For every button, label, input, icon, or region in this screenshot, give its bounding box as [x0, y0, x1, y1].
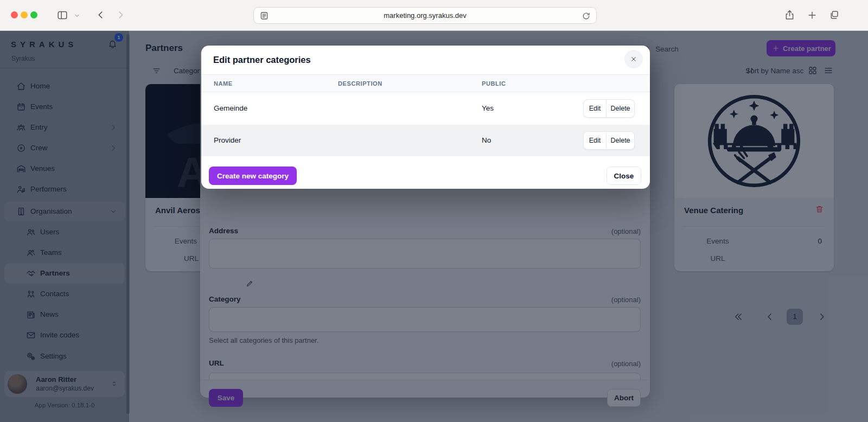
minimize-window-button[interactable]	[21, 11, 28, 18]
share-icon[interactable]	[784, 9, 795, 21]
modal-close-footer-button[interactable]: Close	[607, 167, 641, 185]
create-new-category-button[interactable]: Create new category	[209, 167, 297, 185]
category-public: Yes	[482, 104, 494, 112]
column-public: PUBLIC	[482, 80, 506, 87]
new-tab-icon[interactable]	[807, 10, 818, 21]
row-actions: Edit Delete	[583, 99, 635, 118]
modal-title: Edit partner categories	[213, 55, 311, 65]
zoom-window-button[interactable]	[30, 11, 37, 18]
forward-icon[interactable]	[116, 10, 126, 20]
category-name: Provider	[214, 136, 241, 144]
toolbar-chevron-down-icon[interactable]	[74, 12, 80, 19]
sidebar-toggle-icon[interactable]	[56, 9, 68, 21]
reader-icon[interactable]	[259, 11, 269, 21]
delete-button[interactable]: Delete	[607, 100, 634, 117]
address-bar[interactable]: marketing.org.syrakus.dev	[253, 7, 597, 24]
app-viewport: SYRAKUS 1 Syrakus Home Events Entry Crew…	[0, 31, 868, 422]
column-description: DESCRIPTION	[338, 80, 382, 87]
back-icon[interactable]	[95, 10, 106, 20]
row-actions: Edit Delete	[583, 131, 635, 150]
url-text[interactable]: marketing.org.syrakus.dev	[254, 8, 596, 23]
table-row: Gemeinde Yes Edit Delete	[201, 92, 650, 125]
modal-close-button[interactable]	[624, 50, 643, 68]
browser-chrome: marketing.org.syrakus.dev	[0, 0, 868, 31]
table-row: Provider No Edit Delete	[201, 125, 650, 156]
close-window-button[interactable]	[11, 11, 18, 18]
column-name: NAME	[214, 80, 233, 87]
reload-icon[interactable]	[582, 11, 591, 21]
edit-button[interactable]: Edit	[584, 100, 607, 117]
tab-overview-icon[interactable]	[828, 9, 840, 21]
edit-partner-categories-modal: Edit partner categories NAME DESCRIPTION…	[201, 46, 650, 189]
close-icon	[630, 55, 637, 63]
edit-button[interactable]: Edit	[584, 132, 607, 149]
category-name: Gemeinde	[214, 104, 247, 112]
delete-button[interactable]: Delete	[607, 132, 634, 149]
table-header: NAME DESCRIPTION PUBLIC	[201, 74, 650, 92]
category-public: No	[482, 136, 491, 144]
